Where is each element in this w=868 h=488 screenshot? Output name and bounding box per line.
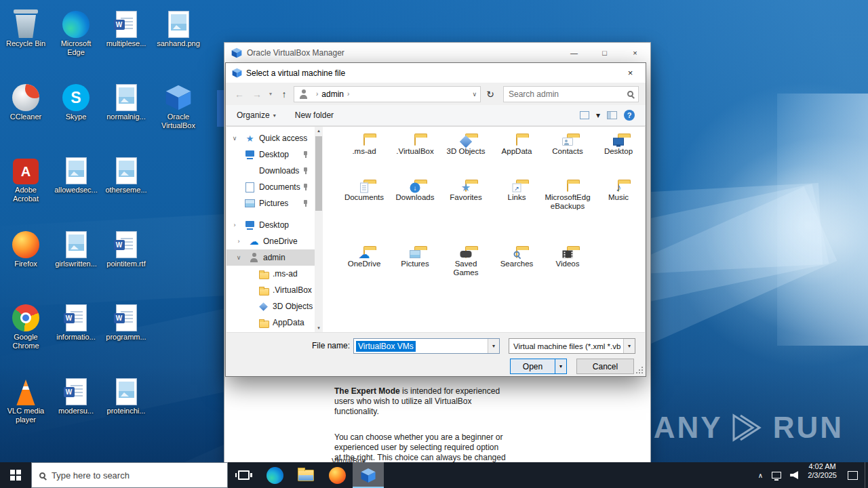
file-item-desktop[interactable]: Desktop	[594, 137, 643, 156]
desktop-icon-recycle-bin[interactable]: Recycle Bin	[1, 5, 50, 48]
sidebar-item-virtualbox[interactable]: .VirtualBox	[226, 282, 315, 298]
hidden-icons-chevron-icon[interactable]: ∧	[758, 472, 763, 479]
file-item-ms-ad[interactable]: .ms-ad	[340, 137, 389, 156]
expander-icon[interactable]: ›	[231, 222, 239, 228]
views-icon[interactable]	[580, 111, 589, 119]
start-button[interactable]	[0, 462, 31, 488]
open-button[interactable]: Open ▾	[510, 359, 567, 374]
back-button[interactable]: ←	[231, 86, 248, 102]
desktop-icon-adobe-acrobat[interactable]: Adobe Acrobat	[1, 152, 50, 203]
file-name-input[interactable]: VirtualBox VMs ▾	[353, 338, 500, 354]
maximize-button[interactable]: □	[589, 43, 620, 63]
dialog-titlebar[interactable]: Select a virtual machine file ×	[226, 63, 646, 83]
expander-icon[interactable]: ∨	[231, 135, 239, 142]
dialog-close-button[interactable]: ×	[615, 63, 646, 83]
search-input[interactable]: Search admin	[503, 86, 639, 102]
desktop-icon-skype[interactable]: Skype	[52, 79, 100, 121]
taskbar-file-explorer-button[interactable]	[290, 462, 321, 488]
desktop-icon-oracle-virtualbox[interactable]: Oracle VirtualBox	[154, 79, 203, 130]
taskbar-edge-button[interactable]	[259, 462, 290, 488]
file-item-appdata[interactable]: AppData	[492, 137, 541, 156]
desktop-icon-programm[interactable]: programm...	[102, 299, 151, 342]
sidebar-item-documents[interactable]: Documents	[226, 179, 315, 195]
action-center-button[interactable]	[841, 462, 865, 488]
views-dropdown-icon[interactable]: ▾	[596, 110, 600, 120]
sidebar-item-onedrive[interactable]: › ☁ OneDrive	[226, 233, 315, 249]
desktop-icon-google-chrome[interactable]: Google Chrome	[1, 299, 50, 350]
breadcrumb-chevron[interactable]: ›	[347, 90, 349, 98]
desktop-icon-otherseme[interactable]: otherseme...	[102, 152, 151, 195]
file-item-saved-games[interactable]: Saved Games	[441, 249, 490, 277]
sidebar-item-admin[interactable]: ∨ admin	[226, 249, 315, 266]
file-type-dropdown-icon[interactable]: ▾	[623, 339, 635, 353]
desktop-icon-vlc[interactable]: VLC media player	[1, 373, 50, 424]
resize-grip[interactable]	[635, 366, 644, 374]
sidebar-item-pictures[interactable]: Pictures	[226, 195, 315, 211]
desktop-icon-sanhand-png[interactable]: sanhand.png	[154, 5, 203, 48]
new-folder-button[interactable]: New folder	[295, 110, 334, 120]
desktop-icon-proteinchi[interactable]: proteinchi...	[102, 373, 151, 415]
taskbar-clock[interactable]: 4:02 AM 2/3/2025	[804, 462, 841, 488]
desktop-icon-firefox[interactable]: Firefox	[1, 226, 50, 268]
desktop-icon-ccleaner[interactable]: CCleaner	[1, 79, 50, 121]
sidebar-item-appdata[interactable]: AppData	[226, 314, 315, 331]
sidebar-item-desktop-pinned[interactable]: Desktop	[226, 146, 315, 163]
desktop-icon-multiplese[interactable]: multiplese...	[102, 5, 151, 48]
show-desktop-button[interactable]	[865, 462, 868, 488]
network-icon[interactable]	[772, 472, 781, 479]
desktop-icon-modersu[interactable]: modersu...	[52, 373, 100, 415]
file-item-3d-objects[interactable]: 3D Objects	[441, 137, 490, 156]
sidebar-item-quick-access[interactable]: ∨ ★ Quick access	[226, 130, 315, 146]
file-item-pictures[interactable]: Pictures	[391, 249, 439, 268]
minimize-button[interactable]: —	[559, 43, 589, 63]
sidebar-scrollbar[interactable]: ▴ ▾	[315, 127, 323, 332]
breadcrumb-chevron[interactable]: ›	[316, 90, 318, 98]
manager-titlebar[interactable]: Oracle VirtualBox Manager — □ ×	[224, 43, 650, 63]
file-type-select[interactable]: Virtual machine files (*.xml *.vb ▾	[509, 338, 635, 354]
sidebar-item-3d-objects[interactable]: 3D Objects	[226, 298, 315, 314]
volume-icon[interactable]	[790, 471, 798, 479]
expander-icon[interactable]: ∨	[235, 254, 243, 261]
forward-button[interactable]: →	[249, 86, 265, 102]
breadcrumb-admin[interactable]: admin	[321, 89, 344, 99]
scroll-up-icon[interactable]: ▴	[315, 127, 323, 135]
taskbar-search-input[interactable]: Type here to search	[31, 462, 228, 488]
desktop-icon-normalnig[interactable]: normalnig...	[102, 79, 151, 121]
file-item-links[interactable]: ↗ Links	[492, 183, 541, 202]
file-item-microsoftedgebackups[interactable]: MicrosoftEdgeBackups	[543, 183, 592, 211]
address-dropdown-icon[interactable]: ∨	[472, 91, 477, 98]
desktop-icon-pointitem-rtf[interactable]: pointitem.rtf	[102, 226, 151, 268]
desktop-icon-microsoft-edge[interactable]: Microsoft Edge	[52, 5, 100, 57]
file-item-onedrive[interactable]: ☁ OneDrive	[340, 249, 389, 268]
sidebar-item-desktop-tree[interactable]: › Desktop	[226, 217, 315, 233]
file-item-music[interactable]: ♪ Music	[594, 183, 643, 202]
desktop-icon-allowedsec[interactable]: allowedsec...	[52, 152, 100, 195]
close-button[interactable]: ×	[620, 43, 650, 63]
file-item-downloads[interactable]: ↓ Downloads	[391, 183, 439, 202]
file-name-dropdown-icon[interactable]: ▾	[488, 339, 499, 353]
cancel-button[interactable]: Cancel	[576, 359, 634, 374]
address-bar[interactable]: › admin › ∨	[294, 86, 481, 102]
open-dropdown-icon[interactable]: ▾	[555, 359, 566, 373]
up-button[interactable]: ↑	[276, 86, 292, 102]
desktop-icon-girlswritten[interactable]: girlswritten...	[52, 226, 100, 268]
recent-locations-dropdown[interactable]: ▾	[267, 91, 275, 97]
file-item-videos[interactable]: Videos	[543, 249, 592, 268]
scroll-down-icon[interactable]: ▾	[315, 324, 323, 332]
taskbar-virtualbox-button[interactable]	[353, 462, 384, 488]
refresh-button[interactable]: ↻	[482, 86, 498, 102]
file-item-virtualbox[interactable]: .VirtualBox	[391, 137, 439, 156]
scrollbar-thumb[interactable]	[315, 136, 322, 211]
desktop-icon-informatio[interactable]: informatio...	[52, 299, 100, 342]
file-item-contacts[interactable]: Contacts	[543, 137, 592, 156]
help-button[interactable]: ?	[624, 110, 635, 121]
file-item-favorites[interactable]: ★ Favorites	[441, 183, 490, 202]
expander-icon[interactable]: ›	[235, 238, 243, 245]
sidebar-item-downloads[interactable]: ↓ Downloads	[226, 163, 315, 179]
file-item-searches[interactable]: Searches	[492, 249, 541, 268]
preview-pane-icon[interactable]	[607, 111, 617, 119]
taskbar-firefox-button[interactable]	[321, 462, 353, 488]
file-item-documents[interactable]: Documents	[340, 183, 389, 202]
organize-button[interactable]: Organize ▾	[237, 110, 276, 120]
task-view-button[interactable]	[228, 462, 259, 488]
